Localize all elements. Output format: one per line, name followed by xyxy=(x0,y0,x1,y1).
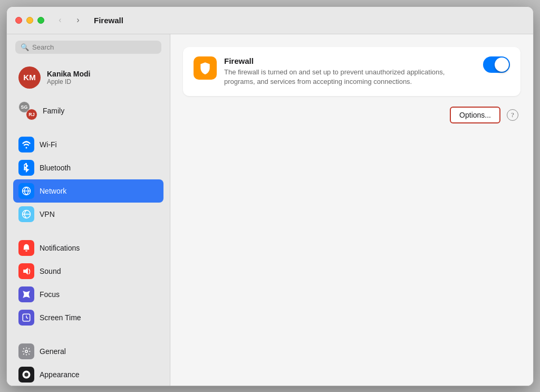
help-button[interactable]: ? xyxy=(507,109,518,121)
sidebar-item-bluetooth[interactable]: Bluetooth xyxy=(13,156,163,179)
sidebar-item-notifications-label: Notifications xyxy=(40,244,80,252)
options-row: Options... ? xyxy=(183,107,520,123)
search-container: 🔍 xyxy=(7,34,170,60)
firewall-title: Firewall xyxy=(224,56,476,65)
sidebar-item-general-label: General xyxy=(40,347,66,356)
forward-button[interactable]: › xyxy=(71,13,85,27)
sidebar: 🔍 KM Kanika Modi Apple ID xyxy=(7,34,170,386)
page-title: Firewall xyxy=(94,16,123,25)
user-avatar: KM xyxy=(18,66,41,89)
sidebar-item-wifi-label: Wi-Fi xyxy=(40,140,57,149)
family-avatars: SG RJ xyxy=(18,101,37,120)
firewall-toggle[interactable] xyxy=(483,56,510,73)
navigation-buttons: ‹ › xyxy=(53,13,85,27)
sidebar-item-network-label: Network xyxy=(40,187,66,195)
sidebar-item-appearance[interactable]: Appearance xyxy=(13,363,163,386)
search-icon: 🔍 xyxy=(21,43,29,51)
bluetooth-icon xyxy=(18,160,34,176)
svg-point-0 xyxy=(26,147,27,148)
sidebar-item-sound[interactable]: Sound xyxy=(13,260,163,283)
sidebar-item-sound-label: Sound xyxy=(40,267,61,275)
sidebar-item-wifi[interactable]: Wi-Fi xyxy=(13,133,163,156)
firewall-shield-icon xyxy=(198,61,212,75)
firewall-info: Firewall The firewall is turned on and s… xyxy=(224,56,476,87)
screentime-icon xyxy=(18,310,34,326)
sidebar-item-bluetooth-label: Bluetooth xyxy=(40,164,71,172)
user-section: KM Kanika Modi Apple ID xyxy=(7,60,170,97)
svg-marker-5 xyxy=(23,267,28,274)
maximize-button[interactable] xyxy=(37,17,44,24)
traffic-lights xyxy=(15,17,44,24)
family-avatar-2: RJ xyxy=(26,109,37,120)
sidebar-item-screentime[interactable]: Screen Time xyxy=(13,306,163,329)
sidebar-item-vpn[interactable]: VPN xyxy=(13,203,163,226)
sidebar-group-notifications: Notifications Sound xyxy=(7,234,170,331)
sidebar-item-family[interactable]: SG RJ Family xyxy=(13,97,163,125)
sidebar-item-general[interactable]: General xyxy=(13,340,163,363)
search-input[interactable] xyxy=(32,43,156,51)
sidebar-item-vpn-label: VPN xyxy=(40,210,55,218)
minimize-button[interactable] xyxy=(26,17,33,24)
firewall-card: Firewall The firewall is turned on and s… xyxy=(183,47,520,96)
sidebar-group-general: General Appearance xyxy=(7,338,170,386)
svg-point-9 xyxy=(25,350,28,352)
sidebar-item-focus[interactable]: Focus xyxy=(13,283,163,306)
vpn-icon xyxy=(18,206,34,222)
sidebar-item-notifications[interactable]: Notifications xyxy=(13,236,163,260)
appearance-icon xyxy=(18,367,34,383)
sidebar-item-appearance-label: Appearance xyxy=(40,370,80,379)
sidebar-item-focus-label: Focus xyxy=(40,290,60,299)
titlebar: ‹ › Firewall xyxy=(7,7,533,34)
svg-point-11 xyxy=(24,372,28,377)
sidebar-item-screentime-label: Screen Time xyxy=(40,313,81,322)
firewall-icon-wrap xyxy=(194,56,217,80)
sidebar-group-network: Wi-Fi Bluetooth xyxy=(7,131,170,228)
user-profile-item[interactable]: KM Kanika Modi Apple ID xyxy=(13,62,163,93)
settings-window: ‹ › Firewall 🔍 KM Kanika M xyxy=(6,6,534,386)
main-content: Firewall The firewall is turned on and s… xyxy=(170,34,533,386)
wifi-icon xyxy=(18,137,34,152)
sound-icon xyxy=(18,263,34,279)
close-button[interactable] xyxy=(15,17,22,24)
focus-icon xyxy=(18,286,34,302)
sidebar-item-network[interactable]: Network xyxy=(13,179,163,203)
firewall-toggle-container xyxy=(483,56,510,73)
firewall-description: The firewall is turned on and set up to … xyxy=(224,68,476,87)
back-button[interactable]: ‹ xyxy=(53,13,68,27)
notifications-icon xyxy=(18,240,34,256)
sidebar-item-family-label: Family xyxy=(43,107,64,115)
user-info: Kanika Modi Apple ID xyxy=(47,70,90,85)
network-icon xyxy=(18,183,34,199)
svg-line-8 xyxy=(26,318,28,319)
content-area: 🔍 KM Kanika Modi Apple ID xyxy=(7,34,533,386)
general-icon xyxy=(18,343,34,359)
search-box[interactable]: 🔍 xyxy=(15,41,161,54)
options-button[interactable]: Options... xyxy=(450,107,500,123)
user-subtitle: Apple ID xyxy=(47,78,90,85)
user-name: Kanika Modi xyxy=(47,70,90,78)
toggle-knob xyxy=(495,58,509,72)
